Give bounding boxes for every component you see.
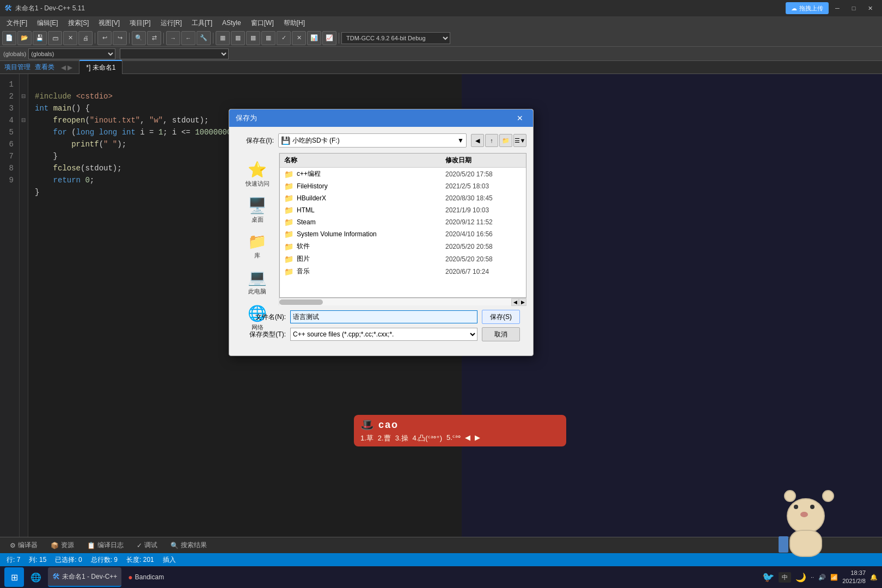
indent-button[interactable]: → bbox=[166, 31, 180, 45]
file-row-hbuilderx[interactable]: 📁 HBuilderX 2020/8/30 18:45 bbox=[280, 192, 526, 204]
grid1-button[interactable]: ▦ bbox=[216, 31, 230, 45]
globals-dropdown[interactable]: (globals) bbox=[28, 48, 115, 59]
chart2-button[interactable]: 📈 bbox=[322, 31, 336, 45]
candidate-3[interactable]: 3.操 bbox=[395, 433, 408, 443]
menu-astyle[interactable]: AStyle bbox=[218, 18, 246, 28]
scroll-thumb[interactable] bbox=[279, 299, 323, 305]
horizontal-scrollbar[interactable]: ◀ ▶ bbox=[279, 298, 526, 305]
file-row-filehistory[interactable]: 📁 FileHistory 2021/2/5 18:03 bbox=[280, 180, 526, 192]
grid2-button[interactable]: ▦ bbox=[231, 31, 245, 45]
up-button[interactable]: ↑ bbox=[485, 134, 498, 147]
fold-marker-3[interactable] bbox=[20, 102, 28, 114]
check-button[interactable]: ✓ bbox=[277, 31, 291, 45]
candidate-1[interactable]: 1.草 bbox=[360, 433, 373, 443]
menu-file[interactable]: 文件[F] bbox=[2, 17, 32, 29]
scroll-left-arrow[interactable]: ◀ bbox=[511, 298, 519, 306]
grid4-button[interactable]: ▦ bbox=[261, 31, 275, 45]
file-row-cpp[interactable]: 📁 c++编程 2020/5/20 17:58 bbox=[280, 168, 526, 180]
notification-icon[interactable]: 🔔 bbox=[870, 574, 878, 581]
fold-marker-4[interactable]: ⊟ bbox=[20, 114, 28, 126]
menu-search[interactable]: 搜索[S] bbox=[64, 17, 94, 29]
build-config-dropdown[interactable]: TDM-GCC 4.9.2 64-bit Debug bbox=[341, 32, 450, 44]
fold-marker-6[interactable] bbox=[20, 138, 28, 150]
file-row-pictures[interactable]: 📁 图片 2020/5/20 20:58 bbox=[280, 253, 526, 265]
class-view-tab[interactable]: 查看类 bbox=[35, 63, 54, 72]
save-confirm-button[interactable]: 保存(S) bbox=[482, 310, 520, 324]
candidate-prev[interactable]: ◀ bbox=[465, 433, 470, 443]
candidate-2[interactable]: 2.曹 bbox=[378, 433, 391, 443]
find-button[interactable]: 🔍 bbox=[132, 31, 146, 45]
taskbar-devcpp[interactable]: 🛠 未命名1 - Dev-C++ bbox=[48, 567, 121, 587]
tab-compiler[interactable]: ⚙ 编译器 bbox=[4, 538, 43, 552]
close-file-button[interactable]: ✕ bbox=[63, 31, 77, 45]
open-button[interactable]: 📂 bbox=[17, 31, 32, 45]
menu-window[interactable]: 窗口[W] bbox=[247, 17, 278, 29]
candidate-5[interactable]: 5.ᶜᵃᵒ bbox=[446, 433, 461, 443]
fold-marker-9[interactable] bbox=[20, 174, 28, 186]
start-button[interactable]: ⊞ bbox=[4, 567, 24, 587]
sidebar-this-pc[interactable]: 💻 此电脑 bbox=[238, 265, 277, 299]
menu-edit[interactable]: 编辑[E] bbox=[33, 17, 63, 29]
save-all-button[interactable]: 🗃 bbox=[48, 31, 62, 45]
file-row-steam[interactable]: 📁 Steam 2020/9/12 11:52 bbox=[280, 216, 526, 228]
unindent-button[interactable]: ← bbox=[181, 31, 195, 45]
file-row-software[interactable]: 📁 软件 2020/5/20 20:58 bbox=[280, 240, 526, 253]
volume-icon[interactable]: 🔊 bbox=[818, 574, 826, 581]
grid3-button[interactable]: ▦ bbox=[246, 31, 260, 45]
menu-run[interactable]: 运行[R] bbox=[156, 17, 186, 29]
fold-marker-8[interactable] bbox=[20, 162, 28, 174]
scroll-right-arrow[interactable]: ▶ bbox=[519, 298, 526, 306]
view-button[interactable]: ☰▼ bbox=[513, 134, 526, 147]
network-icon[interactable]: 📶 bbox=[830, 574, 838, 581]
toggle-button[interactable]: 🔧 bbox=[197, 31, 211, 45]
taskbar-bandicam[interactable]: ● Bandicam bbox=[124, 567, 168, 587]
print-button[interactable]: 🖨 bbox=[78, 31, 93, 45]
cancel-dialog-button[interactable]: 取消 bbox=[482, 327, 520, 341]
redo-button[interactable]: ↪ bbox=[113, 31, 127, 45]
undo-button[interactable]: ↩ bbox=[97, 31, 112, 45]
cancel-action-button[interactable]: ✕ bbox=[292, 31, 306, 45]
fold-marker-5[interactable] bbox=[20, 126, 28, 138]
devcpp-icon: 🛠 bbox=[52, 572, 60, 581]
filetype-select[interactable]: C++ source files (*.cpp;*.cc;*.cxx;*. bbox=[290, 328, 477, 341]
menu-help[interactable]: 帮助[H] bbox=[279, 17, 309, 29]
project-mgmt-tab[interactable]: 项目管理 bbox=[4, 63, 30, 72]
sidebar-quick-access[interactable]: ⭐ 快速访问 bbox=[238, 157, 277, 191]
dialog-close-button[interactable]: ✕ bbox=[513, 113, 526, 124]
new-folder-button[interactable]: 📁 bbox=[499, 134, 512, 147]
ime-indicator[interactable]: 中 bbox=[779, 572, 791, 583]
candidate-next[interactable]: ▶ bbox=[475, 433, 480, 443]
menu-view[interactable]: 视图[V] bbox=[94, 17, 124, 29]
fold-marker-7[interactable] bbox=[20, 150, 28, 162]
tab-debug[interactable]: ✓ 调试 bbox=[131, 538, 163, 552]
sidebar-library[interactable]: 📁 库 bbox=[238, 229, 277, 263]
fold-marker-2[interactable]: ⊟ bbox=[20, 90, 28, 102]
new-button[interactable]: 📄 bbox=[2, 31, 16, 45]
chart1-button[interactable]: 📊 bbox=[307, 31, 321, 45]
clock[interactable]: 18:37 2021/2/8 bbox=[842, 569, 866, 586]
location-bar: 💾 小吃的SD卡 (F:) ▼ bbox=[278, 133, 467, 148]
maximize-button[interactable]: □ bbox=[846, 2, 861, 14]
menu-tools[interactable]: 工具[T] bbox=[187, 17, 217, 29]
menu-project[interactable]: 项目[P] bbox=[125, 17, 155, 29]
status-row: 行: 7 bbox=[7, 555, 20, 565]
fold-marker-1[interactable] bbox=[20, 78, 28, 90]
sidebar-desktop[interactable]: 🖥️ 桌面 bbox=[238, 193, 277, 227]
close-button[interactable]: ✕ bbox=[862, 2, 878, 14]
file-row-html[interactable]: 📁 HTML 2021/1/9 10:03 bbox=[280, 204, 526, 216]
upload-button[interactable]: ☁ 拖拽上传 bbox=[786, 2, 829, 14]
file-row-svi[interactable]: 📁 System Volume Information 2020/4/10 16… bbox=[280, 228, 526, 240]
replace-button[interactable]: ⇄ bbox=[147, 31, 161, 45]
filename-input[interactable] bbox=[290, 310, 477, 323]
candidate-4[interactable]: 4.凸(ᶜᵃᵒ⁺) bbox=[413, 433, 443, 443]
editor-tab-active[interactable]: *] 未命名1 bbox=[79, 60, 122, 75]
function-dropdown[interactable] bbox=[120, 48, 229, 59]
back-button[interactable]: ◀ bbox=[471, 134, 484, 147]
file-row-music[interactable]: 📁 音乐 2020/6/7 10:24 bbox=[280, 265, 526, 278]
save-button[interactable]: 💾 bbox=[33, 31, 47, 45]
tab-compile-log[interactable]: 📋 编译日志 bbox=[82, 538, 129, 552]
taskbar-browser[interactable]: 🌐 bbox=[26, 567, 46, 587]
tab-resources[interactable]: 📦 资源 bbox=[45, 538, 79, 552]
minimize-button[interactable]: ─ bbox=[830, 2, 845, 14]
tab-search-results[interactable]: 🔍 搜索结果 bbox=[165, 538, 212, 552]
